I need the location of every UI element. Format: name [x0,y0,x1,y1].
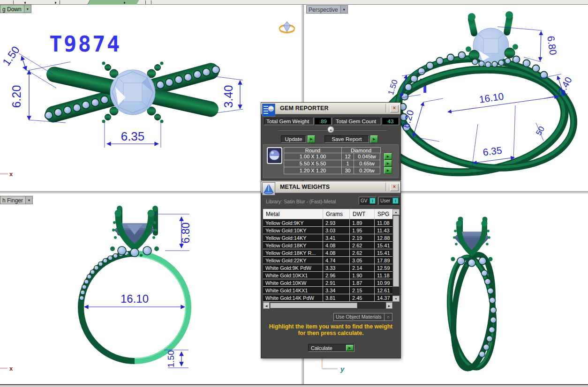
dim-6-20: 6.20 [10,85,23,108]
metal-weights-titlebar[interactable]: METAL WEIGHTS × [261,181,400,193]
scroll-left-icon[interactable]: ◀ [263,302,270,309]
tab-label-fragment [55,2,56,4]
play-icon: ▶ [387,162,389,165]
info-icon[interactable]: I [369,198,376,204]
gem-reporter-panel: GEM REPORTER × Total Gem Weight .89 Tota… [261,102,401,180]
scroll-down-icon[interactable]: ▼ [392,296,400,302]
total-gem-weight-label: Total Gem Weight [264,118,314,125]
metal-table-row[interactable]: Yellow Gold:22KY4.743.0517.89 [263,257,392,264]
save-report-run-button[interactable]: ▶ [370,135,378,143]
dim-partial-50: 50 [534,125,546,137]
calculate-button[interactable]: Calculate ▶ [308,344,354,352]
dim-6-80: 6.80 [180,223,192,244]
info-icon[interactable]: I [392,198,399,204]
active-view-tab[interactable] [87,0,139,5]
scroll-right-icon[interactable]: ▶ [386,302,392,309]
view-name-label: Perspective [307,6,340,13]
scrollbar-thumb[interactable] [270,303,357,308]
metal-table-body: Yellow Gold:9KY2.931.8911.08 Yellow Gold… [263,219,392,302]
slider-knob[interactable]: ▲ [327,126,334,133]
view-name-label: h Finger [0,196,25,204]
metal-weights-panel: METAL WEIGHTS × Library: Satin Blur - (F… [261,181,401,358]
scrollbar-thumb[interactable] [393,216,399,287]
calculate-run-button[interactable]: ▶ [346,345,354,351]
metal-table-row[interactable]: White Gold:10KW2.911.8710.99 [263,279,392,287]
tab-separator [145,0,146,4]
viewport-bottom-left-canvas[interactable]: 6.80 16.10 1.50 x [0,194,304,384]
ring-cursor-icon [279,22,294,33]
close-icon[interactable]: × [390,184,399,191]
gem-reporter-titlebar[interactable]: GEM REPORTER × [261,103,400,114]
metal-weights-icon [262,182,275,195]
gem-table-row: 1.00 X 1.00 12 0.045tw [284,153,380,160]
total-gem-count-value: 43 [382,118,399,125]
metal-table-header: Metal Grams DWT SPG [263,209,392,219]
dropdown-arrow-icon[interactable]: ▼ [25,196,32,204]
viewport-top-left-view-dropdown[interactable]: g Down ▼ [0,5,31,13]
metal-table-row[interactable]: White Gold:14K PdW3.812.4514.37 [263,294,392,302]
view-name-label: g Down [0,5,24,13]
titlebar-groove [385,104,387,112]
dim-1-50: 1.50 [0,44,22,68]
x-axis-indicator: x [0,171,13,178]
radio-circle-icon[interactable]: ○ [384,313,392,320]
update-run-button[interactable]: ▶ [308,135,315,143]
titlebar-groove [385,183,387,191]
model-number-label: T9874 [49,31,121,57]
dim-3-40: 3.40 [556,75,574,96]
play-icon: ▶ [373,137,375,141]
metal-table-row[interactable]: Yellow Gold:10KY3.031.9511.43 [263,227,392,234]
metal-table-row[interactable]: White Gold:14KX13.342.1512.61 [263,287,392,294]
viewport-top-right-view-dropdown[interactable]: Perspective ▼ [306,5,348,14]
ring-side-view[interactable] [445,217,498,371]
panel-title: METAL WEIGHTS [280,184,330,190]
dim-6-80: 6.80 [545,35,558,56]
metal-table-row[interactable]: White Gold:10KX12.961.9011.18 [263,272,392,279]
top-tab-strip[interactable] [0,0,588,5]
dim-6-35: 6.35 [121,129,145,143]
dim-3-40: 3.40 [222,85,235,108]
user-button[interactable]: User I [378,197,400,205]
application-window: g Down ▼ Perspective ▼ h Finger ▼ [0,0,588,387]
scroll-up-icon[interactable]: ▲ [392,209,400,215]
metal-table-row[interactable]: Yellow Gold:18KY R...4.082.6215.41 [263,249,392,257]
gem-row-edit-button[interactable]: ▶ [384,160,392,167]
gv-button[interactable]: GV I [359,197,377,205]
metal-table-row[interactable]: Yellow Gold:18KY4.082.6215.41 [263,242,392,249]
dropdown-arrow-icon[interactable]: ▼ [340,6,347,13]
metal-table-row[interactable]: Yellow Gold:14KY3.412.1912.88 [263,234,392,242]
update-button[interactable]: Update [281,135,306,143]
instruction-text: Highlight the item you want to find the … [261,323,400,336]
dropdown-arrow-icon[interactable]: ▼ [24,5,31,13]
ring-front-view[interactable] [79,206,188,361]
horizontal-scrollbar[interactable]: ◀ ▶ [263,302,392,309]
dim-1-50: 1.50 [166,350,176,368]
viewport-bottom-left-view-dropdown[interactable]: h Finger ▼ [0,196,33,204]
metal-table-row[interactable]: White Gold:9K PdW3.332.1412.59 [263,264,392,272]
x-axis-indicator: x [0,365,13,372]
library-label: Library: Satin Blur - (Fast)-Metal [266,199,336,204]
head [466,11,518,67]
gem-row-edit-button[interactable]: ▶ [384,167,392,174]
save-report-button[interactable]: Save Report [324,135,369,143]
vertical-scrollbar[interactable]: ▲ ▼ [392,209,400,302]
gem-table-row: 5.50 X 5.50 1 0.65tw [284,160,380,167]
bottom-edge-strip [0,384,588,387]
use-object-materials-button[interactable]: Use Object Materials ○ [333,313,392,321]
gem-table-row: 1.20 X 1.20 30 0.20tw [284,167,380,174]
dim-6-35: 6.35 [482,145,502,158]
dim-16-10: 16.10 [478,91,504,105]
tab-separator [60,0,60,4]
play-icon: ▶ [387,155,389,158]
head [110,206,159,257]
axis-x-label: x [9,171,13,178]
total-gem-weight-value: .89 [315,118,332,125]
viewport-top-left-canvas[interactable]: T9874 6.35 3.40 6.20 1.50 [0,5,304,191]
metal-table-row[interactable]: Yellow Gold:9KY2.931.8911.08 [263,219,392,227]
gem-row-edit-button[interactable]: ▶ [384,153,392,160]
dim-16-10: 16.10 [121,292,149,305]
ring-top-view[interactable] [43,61,221,124]
play-icon: ▶ [387,169,389,172]
tab-separator [151,0,151,4]
close-icon[interactable]: × [390,105,399,112]
